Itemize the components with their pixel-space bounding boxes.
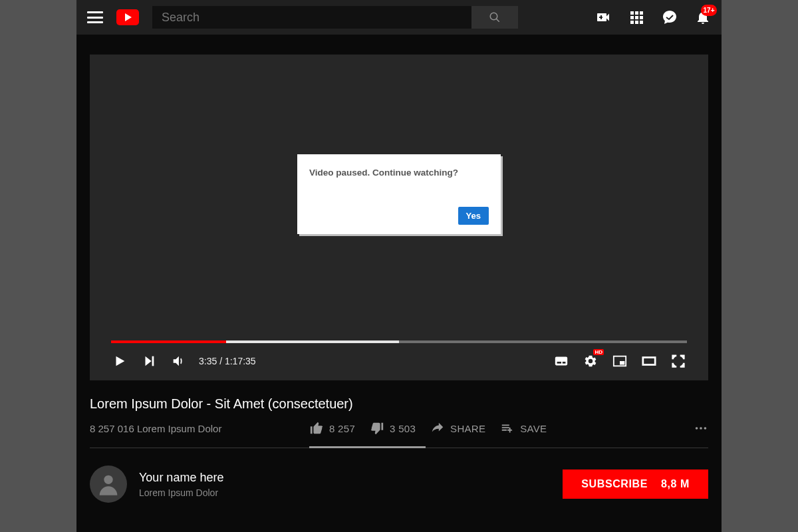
theater-button[interactable] xyxy=(640,352,658,370)
search-input[interactable] xyxy=(152,6,471,29)
share-label: SHARE xyxy=(450,423,485,434)
subscriber-count: 8,8 M xyxy=(661,478,690,490)
playlist-add-icon xyxy=(500,421,515,436)
video-plus-icon xyxy=(595,9,611,25)
next-icon xyxy=(142,354,156,368)
player-area: Video paused. Continue watching? Yes xyxy=(90,55,708,380)
svg-rect-13 xyxy=(557,362,561,364)
svg-point-19 xyxy=(700,427,702,430)
subscribe-label: SUBSCRIBE xyxy=(581,478,648,490)
dislike-button[interactable]: 3 503 xyxy=(370,421,416,436)
fullscreen-icon xyxy=(671,354,686,368)
svg-rect-6 xyxy=(635,16,638,19)
more-icon xyxy=(694,421,708,436)
time-display: 3:35 / 1:17:35 xyxy=(199,356,256,366)
like-button[interactable]: 8 257 xyxy=(309,421,355,436)
action-buttons: 8 257 3 503 SHARE SAVE xyxy=(309,421,547,436)
video-title: Lorem Ipsum Dolor - Sit Amet (consectetu… xyxy=(90,396,708,412)
svg-rect-10 xyxy=(640,21,643,24)
svg-rect-3 xyxy=(635,11,638,15)
continue-watching-button[interactable]: Yes xyxy=(458,207,489,225)
pause-dialog-text: Video paused. Continue watching? xyxy=(309,168,489,178)
avatar-icon xyxy=(95,471,122,497)
gear-icon xyxy=(583,354,598,368)
fullscreen-button[interactable] xyxy=(670,352,687,370)
logo-icon[interactable] xyxy=(116,9,139,25)
player-controls: 3:35 / 1:17:35 HD xyxy=(111,351,687,371)
share-button[interactable]: SHARE xyxy=(430,421,485,436)
notifications-button[interactable]: 17+ xyxy=(695,9,711,25)
meta-row: 8 257 016 Lorem Ipsum Dolor 8 257 3 503 … xyxy=(90,421,708,448)
svg-point-21 xyxy=(104,475,112,484)
svg-rect-4 xyxy=(640,11,643,15)
channel-avatar[interactable] xyxy=(90,466,127,503)
video-player[interactable]: Video paused. Continue watching? Yes xyxy=(90,55,708,380)
volume-button[interactable] xyxy=(170,352,187,370)
save-label: SAVE xyxy=(520,423,547,434)
grid-icon xyxy=(628,9,644,25)
dislike-count: 3 503 xyxy=(390,423,416,434)
app-root: 17+ Video paused. Continue watching? Yes xyxy=(76,0,722,532)
svg-rect-9 xyxy=(635,21,638,24)
miniplayer-icon xyxy=(612,354,627,368)
captions-button[interactable] xyxy=(553,352,570,370)
search-box xyxy=(152,6,518,29)
svg-rect-14 xyxy=(563,362,566,364)
svg-rect-5 xyxy=(630,16,634,19)
hd-badge: HD xyxy=(593,349,604,355)
svg-rect-17 xyxy=(643,358,655,365)
like-count: 8 257 xyxy=(329,423,355,434)
notification-badge: 17+ xyxy=(701,5,717,16)
search-icon xyxy=(489,11,501,23)
volume-icon xyxy=(171,354,186,368)
svg-rect-2 xyxy=(630,11,634,15)
sentiment-bar xyxy=(309,446,426,448)
share-icon xyxy=(430,421,445,436)
create-video-button[interactable] xyxy=(595,9,611,25)
svg-point-18 xyxy=(696,427,698,430)
channel-row: Your name here Lorem Ipsum Dolor SUBSCRI… xyxy=(90,466,708,503)
next-button[interactable] xyxy=(140,352,158,370)
svg-rect-8 xyxy=(630,21,634,24)
chat-icon xyxy=(662,9,678,25)
pause-dialog: Video paused. Continue watching? Yes xyxy=(297,154,501,234)
menu-icon[interactable] xyxy=(87,11,103,23)
channel-name[interactable]: Your name here xyxy=(139,471,223,485)
thumbs-up-icon xyxy=(309,421,324,436)
svg-point-20 xyxy=(704,427,707,430)
subscribe-button[interactable]: SUBSCRIBE 8,8 M xyxy=(563,469,708,499)
captions-icon xyxy=(554,354,569,368)
view-count: 8 257 016 Lorem Ipsum Dolor xyxy=(90,423,309,434)
theater-icon xyxy=(642,354,656,368)
svg-rect-16 xyxy=(620,361,624,365)
svg-rect-11 xyxy=(152,356,154,366)
messages-button[interactable] xyxy=(662,9,678,25)
svg-point-0 xyxy=(490,13,497,20)
topbar-actions: 17+ xyxy=(595,9,711,25)
channel-text: Your name here Lorem Ipsum Dolor xyxy=(139,471,223,498)
svg-rect-7 xyxy=(640,16,643,19)
channel-desc: Lorem Ipsum Dolor xyxy=(139,487,223,498)
thumbs-down-icon xyxy=(370,421,384,436)
play-icon xyxy=(112,354,127,368)
played-bar xyxy=(111,340,226,343)
settings-button[interactable]: HD xyxy=(582,352,599,370)
search-button[interactable] xyxy=(471,6,518,29)
play-button[interactable] xyxy=(111,352,128,370)
more-actions-button[interactable] xyxy=(694,421,708,436)
video-meta: Lorem Ipsum Dolor - Sit Amet (consectetu… xyxy=(90,396,708,503)
progress-bar[interactable] xyxy=(111,340,687,343)
miniplayer-button[interactable] xyxy=(611,352,628,370)
svg-line-1 xyxy=(496,19,499,22)
topbar: 17+ xyxy=(76,0,722,35)
apps-button[interactable] xyxy=(628,9,644,25)
save-button[interactable]: SAVE xyxy=(500,421,547,436)
svg-rect-12 xyxy=(555,357,567,366)
